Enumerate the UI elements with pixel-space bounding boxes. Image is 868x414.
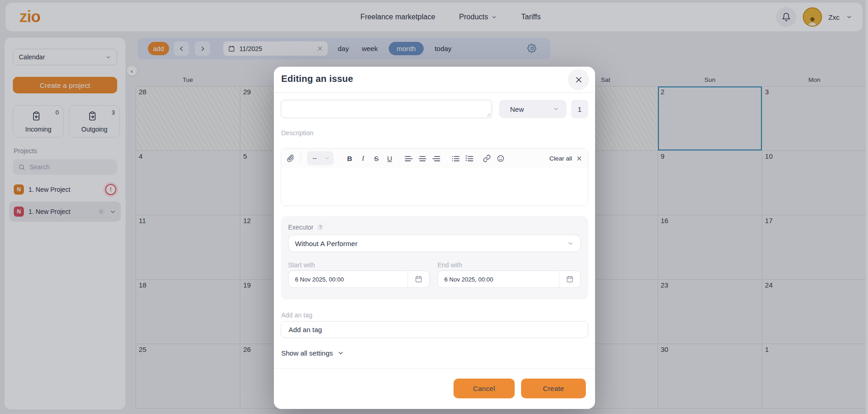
close-icon	[576, 155, 582, 161]
bold-button[interactable]: B	[346, 155, 353, 162]
end-date-picker-button[interactable]	[559, 271, 580, 288]
issue-title-textarea[interactable]	[281, 100, 492, 118]
issue-counter: 1	[571, 100, 588, 118]
align-left-icon[interactable]	[405, 155, 413, 161]
cancel-button[interactable]: Cancel	[454, 379, 515, 398]
clear-all-label: Clear all	[549, 155, 572, 162]
status-select-value: New	[510, 105, 524, 113]
start-with-label: Start with	[288, 261, 315, 269]
help-icon[interactable]: ?	[317, 224, 323, 230]
create-button[interactable]: Create	[521, 379, 586, 398]
chevron-down-icon	[324, 155, 330, 161]
start-date-value: 6 Nov 2025, 00:00	[289, 276, 408, 283]
executor-select[interactable]: Without A Performer	[288, 235, 581, 252]
start-date-picker-button[interactable]	[408, 271, 429, 288]
end-date-value: 6 Nov 2025, 00:00	[438, 276, 559, 283]
description-editor: -- B I S U	[281, 148, 588, 206]
align-center-icon[interactable]	[419, 155, 426, 161]
edit-issue-modal: Editing an issue New 1 Description	[274, 67, 595, 409]
end-with-label: End with	[437, 261, 462, 269]
toolbar-divider	[301, 154, 301, 163]
start-date-input[interactable]: 6 Nov 2025, 00:00	[288, 270, 430, 288]
close-icon	[575, 76, 583, 84]
end-date-input[interactable]: 6 Nov 2025, 00:00	[437, 270, 581, 288]
align-right-icon[interactable]	[432, 155, 440, 161]
modal-title: Editing an issue	[281, 74, 353, 84]
status-select[interactable]: New	[499, 100, 567, 118]
executor-panel: Executor ? Without A Performer Start wit…	[281, 216, 588, 299]
tag-input[interactable]: Add an tag	[281, 321, 588, 338]
description-label: Description	[281, 129, 313, 137]
tag-input-placeholder: Add an tag	[289, 326, 322, 334]
link-icon[interactable]	[483, 155, 491, 162]
show-all-settings-button[interactable]: Show all settings	[281, 349, 344, 357]
footer-divider	[274, 368, 595, 368]
chevron-down-icon	[567, 240, 574, 247]
strikethrough-button[interactable]: S	[373, 155, 380, 162]
executor-label: Executor	[288, 224, 313, 231]
show-all-settings-label: Show all settings	[281, 349, 333, 357]
description-editor-body[interactable]	[281, 168, 588, 206]
italic-button[interactable]: I	[359, 155, 367, 162]
close-modal-button[interactable]	[568, 69, 589, 90]
header-divider	[274, 92, 595, 93]
chevron-down-icon	[337, 350, 344, 356]
font-select-value: --	[312, 155, 317, 162]
tag-label: Add an tag	[281, 311, 312, 319]
executor-select-value: Without A Performer	[295, 240, 357, 247]
modal-header: Editing an issue	[274, 67, 595, 92]
font-select[interactable]: --	[307, 151, 334, 165]
emoji-icon[interactable]	[497, 155, 505, 162]
clear-all-button[interactable]: Clear all	[549, 155, 582, 162]
bullet-list-icon[interactable]	[452, 155, 460, 161]
attachment-icon[interactable]	[287, 155, 295, 162]
resize-handle-icon[interactable]	[487, 113, 491, 117]
page: zio Freelance marketplaceProductsTariffs…	[0, 0, 868, 414]
underline-button[interactable]: U	[386, 155, 393, 162]
numbered-list-icon[interactable]	[465, 155, 473, 161]
editor-toolbar: -- B I S U	[281, 149, 588, 168]
chevron-down-icon	[553, 106, 559, 112]
